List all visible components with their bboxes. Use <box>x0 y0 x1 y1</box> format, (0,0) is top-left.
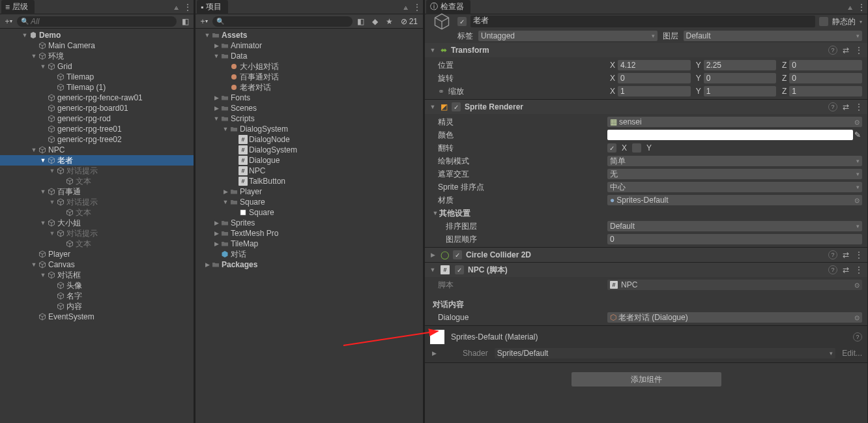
rotation-z-input[interactable] <box>792 74 860 83</box>
tree-row[interactable]: generic-rpg-rod <box>0 113 194 124</box>
tree-row[interactable]: 文本 <box>0 207 194 218</box>
dialogue-object-field[interactable]: ⬡老者对话 (Dialogue) <box>607 312 862 323</box>
chevron-down-icon[interactable]: ▼ <box>39 188 47 196</box>
scale-x-input[interactable] <box>620 87 688 96</box>
position-z-input[interactable] <box>792 61 860 70</box>
tree-row[interactable]: ▶TextMesh Pro <box>195 228 423 239</box>
tree-row[interactable]: ▶TileMap <box>195 239 423 249</box>
favorite-icon[interactable]: ★ <box>385 17 394 26</box>
tree-row[interactable]: ▼对话提示 <box>0 166 194 176</box>
tree-row[interactable]: generic-rpg-tree01 <box>0 124 194 134</box>
tree-row[interactable]: ▼Canvas <box>0 259 194 270</box>
chevron-right-icon[interactable]: ▶ <box>429 251 437 259</box>
chevron-down-icon[interactable]: ▼ <box>203 31 211 39</box>
tree-row[interactable]: #DialogSystem <box>195 145 423 155</box>
filter-by-type-icon[interactable]: ◧ <box>356 17 366 26</box>
tree-row[interactable]: #TalkButton <box>195 176 423 186</box>
project-tab[interactable]: ▪ 项目 <box>197 0 228 14</box>
lock-icon[interactable]: ⟁ <box>401 3 410 12</box>
preset-icon[interactable]: ⇄ <box>841 265 850 274</box>
sortpoint-dropdown[interactable]: 中心 <box>607 182 862 192</box>
tree-row[interactable]: generic-rpg-fence-raw01 <box>0 93 194 103</box>
create-dropdown[interactable]: +▾ <box>4 17 13 26</box>
chevron-down-icon[interactable]: ▼ <box>39 219 47 227</box>
component-menu-icon[interactable]: ⋮ <box>854 45 863 55</box>
tree-row[interactable]: ▼百事通 <box>0 186 194 197</box>
chevron-down-icon[interactable]: ▼ <box>21 31 29 39</box>
tree-row[interactable]: ▶Packages <box>195 259 423 270</box>
tree-row[interactable]: ▼对话框 <box>0 270 194 280</box>
static-dropdown-icon[interactable]: ▾ <box>860 19 862 25</box>
tree-row[interactable]: ▼Scripts <box>195 113 423 124</box>
tree-row[interactable]: 头像 <box>0 280 194 291</box>
chevron-down-icon[interactable]: ▼ <box>431 209 439 217</box>
tree-row[interactable]: ▼对话提示 <box>0 228 194 239</box>
chevron-right-icon[interactable]: ▶ <box>212 94 220 102</box>
chevron-right-icon[interactable]: ▶ <box>203 261 211 269</box>
tree-row[interactable]: #NPC <box>195 166 423 176</box>
help-icon[interactable]: ? <box>828 102 837 111</box>
project-tree[interactable]: ▼Assets▶Animator▼Data大小姐对话百事通对话老者对话▶Font… <box>195 29 423 423</box>
chevron-right-icon[interactable]: ▶ <box>212 229 220 237</box>
eyedropper-icon[interactable]: ✎ <box>853 130 862 139</box>
chevron-down-icon[interactable]: ▼ <box>48 198 56 206</box>
add-component-button[interactable]: 添加组件 <box>571 372 721 387</box>
sprite-object-field[interactable]: ▦sensei <box>607 117 862 127</box>
mask-dropdown[interactable]: 无 <box>607 169 862 179</box>
gameobject-name-input[interactable] <box>473 16 813 25</box>
tree-row[interactable]: ▼NPC <box>0 145 194 155</box>
create-dropdown[interactable]: +▾ <box>199 17 209 26</box>
tree-row[interactable]: Main Camera <box>0 40 194 51</box>
tree-row[interactable]: 内容 <box>0 301 194 312</box>
hierarchy-filter-icon[interactable]: ◧ <box>181 17 190 26</box>
help-icon[interactable]: ? <box>853 332 862 342</box>
sprite-renderer-enabled-checkbox[interactable] <box>452 102 461 111</box>
hierarchy-tab[interactable]: ≡ 层级 <box>1 0 35 14</box>
shader-dropdown[interactable]: Sprites/Default <box>495 348 836 358</box>
hierarchy-menu-icon[interactable]: ⋮ <box>183 3 192 12</box>
help-icon[interactable]: ? <box>828 46 837 55</box>
tree-row[interactable]: ▶Player <box>195 186 423 197</box>
tree-row[interactable]: ▼老者 <box>0 155 194 166</box>
scale-y-input[interactable] <box>706 87 774 96</box>
tree-row[interactable]: 老者对话 <box>195 82 423 93</box>
chevron-right-icon[interactable]: ▶ <box>212 104 220 112</box>
project-search-input[interactable] <box>226 17 349 26</box>
tree-row[interactable]: #Dialogue <box>195 155 423 166</box>
tree-row[interactable]: generic-rpg-board01 <box>0 103 194 113</box>
project-menu-icon[interactable]: ⋮ <box>412 3 422 12</box>
preset-icon[interactable]: ⇄ <box>841 102 850 111</box>
chevron-down-icon[interactable]: ▼ <box>39 156 47 164</box>
chevron-down-icon[interactable]: ▼ <box>30 52 38 60</box>
hierarchy-search[interactable]: 🔍 <box>17 16 177 27</box>
tree-row[interactable]: 大小姐对话 <box>195 61 423 72</box>
chevron-down-icon[interactable]: ▼ <box>222 198 229 206</box>
flip-x-checkbox[interactable] <box>607 143 616 153</box>
chevron-down-icon[interactable]: ▼ <box>429 266 437 274</box>
tag-dropdown[interactable]: Untagged <box>478 31 658 41</box>
rotation-y-input[interactable] <box>706 74 774 83</box>
tree-row[interactable]: ▼Demo <box>0 30 194 40</box>
tree-row[interactable]: ▼环境 <box>0 51 194 61</box>
component-menu-icon[interactable]: ⋮ <box>854 265 863 275</box>
chevron-right-icon[interactable]: ▶ <box>222 188 229 196</box>
chevron-right-icon[interactable]: ▶ <box>212 219 220 227</box>
chevron-down-icon[interactable]: ▼ <box>39 63 47 70</box>
tree-row[interactable]: 对话 <box>195 249 423 259</box>
filter-label-icon[interactable]: ◆ <box>371 17 380 26</box>
chevron-right-icon[interactable]: ▶ <box>212 240 220 248</box>
tree-row[interactable]: 文本 <box>0 239 194 249</box>
chevron-down-icon[interactable]: ▼ <box>212 115 220 123</box>
scale-z-input[interactable] <box>792 87 860 96</box>
tree-row[interactable]: ▶Fonts <box>195 93 423 103</box>
tree-row[interactable]: ▼DialogSystem <box>195 124 423 134</box>
tree-row[interactable]: 文本 <box>0 176 194 186</box>
inspector-menu-icon[interactable]: ⋮ <box>857 3 866 12</box>
chevron-right-icon[interactable]: ▶ <box>430 349 438 357</box>
tree-row[interactable]: Player <box>0 249 194 259</box>
npc-script-enabled-checkbox[interactable] <box>455 265 464 274</box>
tree-row[interactable]: #DialogNode <box>195 134 423 145</box>
tree-row[interactable]: 百事通对话 <box>195 72 423 82</box>
chevron-down-icon[interactable]: ▼ <box>48 229 56 237</box>
position-x-input[interactable] <box>620 61 688 70</box>
